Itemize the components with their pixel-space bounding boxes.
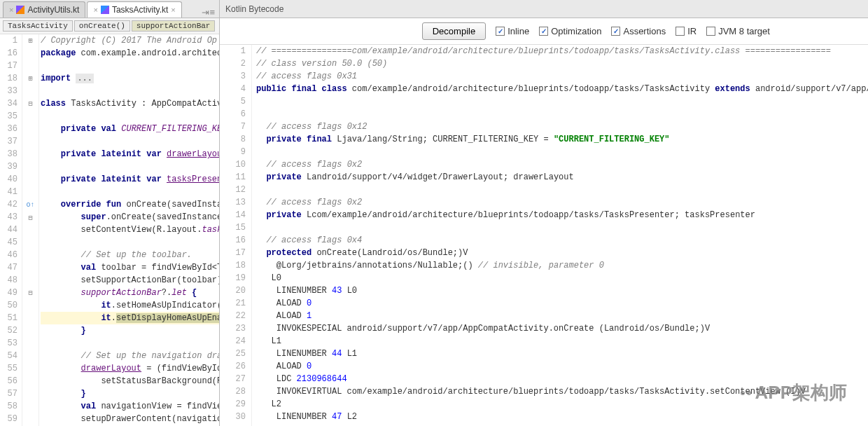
line-numbers: 1161718333435363738394041424344454647484…: [0, 34, 22, 426]
kotlin-editor[interactable]: 1161718333435363738394041424344454647484…: [0, 34, 219, 426]
bytecode-pane: Kotlin Bytecode Decompile ✓Inline ✓Optim…: [220, 0, 868, 426]
editor-tabs: × ActivityUtils.kt × TasksActivity.kt × …: [0, 0, 219, 18]
bytecode-editor[interactable]: 1234567891011121314151617181920212223242…: [220, 45, 868, 426]
tab-label: ActivityUtils.kt: [27, 5, 79, 15]
marker-column: ⊞⊞⊟o↑⊟⊟: [22, 34, 39, 426]
crumb-method[interactable]: onCreate(): [74, 20, 130, 32]
tab-tasksactivity[interactable]: × TasksActivity.kt ×: [87, 1, 181, 18]
checkbox-assertions[interactable]: ✓Assertions: [611, 26, 666, 36]
code-area[interactable]: // ================com/example/android/a…: [252, 45, 868, 426]
close-icon[interactable]: ×: [9, 6, 13, 14]
kotlin-class-icon: [101, 6, 109, 14]
crumb-property[interactable]: supportActionBar: [132, 20, 216, 32]
panel-title: Kotlin Bytecode: [220, 0, 868, 18]
close-icon[interactable]: ×: [171, 6, 175, 14]
crumb-class[interactable]: TasksActivity: [3, 20, 73, 32]
left-editor-pane: × ActivityUtils.kt × TasksActivity.kt × …: [0, 0, 220, 426]
pin-tab-icon[interactable]: ⇥≡: [197, 7, 219, 18]
line-numbers: 1234567891011121314151617181920212223242…: [220, 45, 252, 426]
decompile-button[interactable]: Decompile: [422, 22, 486, 40]
checkbox-inline[interactable]: ✓Inline: [496, 26, 529, 36]
checkbox-optimization[interactable]: ✓Optimization: [539, 26, 601, 36]
kotlin-file-icon: [16, 6, 24, 14]
breadcrumb: TasksActivity onCreate() supportActionBa…: [0, 18, 219, 34]
code-area[interactable]: / Copyright (C) 2017 The Android Oppacka…: [39, 34, 219, 426]
tab-activityutils[interactable]: × ActivityUtils.kt: [3, 1, 85, 18]
tab-label: TasksActivity.kt: [112, 5, 168, 15]
checkbox-jvm8[interactable]: JVM 8 target: [706, 26, 770, 36]
checkbox-ir[interactable]: IR: [676, 26, 696, 36]
bytecode-toolbar: Decompile ✓Inline ✓Optimization ✓Asserti…: [220, 18, 868, 45]
watermark: APP架构师: [741, 380, 847, 405]
close-icon[interactable]: ×: [93, 6, 97, 14]
